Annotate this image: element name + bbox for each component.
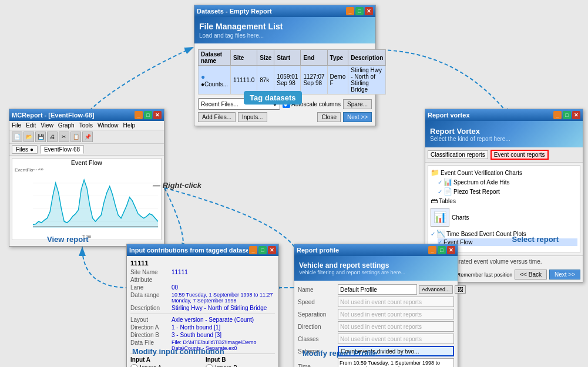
mc-tab-files[interactable]: Files ● bbox=[12, 145, 38, 154]
mc-menu-file[interactable]: File bbox=[12, 122, 21, 129]
ic-close-btn[interactable]: ✕ bbox=[268, 246, 276, 254]
fm-row-end: 1127:07 Sep 98 bbox=[301, 66, 327, 95]
rightclick-label: — Right-click bbox=[153, 181, 201, 190]
fm-close-btn2[interactable]: Close bbox=[317, 112, 341, 122]
rv-tree-item-2[interactable]: ✓ 📄 Piezo Test Report bbox=[438, 187, 577, 196]
rp-sep-input bbox=[338, 309, 454, 319]
rp-sep-label: Separation bbox=[298, 311, 338, 318]
rp-speed-label: Speed bbox=[298, 299, 338, 305]
ic-divider-1 bbox=[130, 314, 275, 314]
rv-folder-icon-3: 🗃 bbox=[431, 197, 438, 205]
rp-speed-input bbox=[338, 297, 454, 307]
fm-col-desc: Description bbox=[348, 50, 386, 66]
fm-col-site: Site bbox=[231, 50, 257, 66]
view-report-label: View report bbox=[47, 235, 89, 244]
ic-input-a-col: Input A Ignore A Add A events Subtract A… bbox=[130, 356, 200, 367]
rp-speed-row: Speed bbox=[298, 297, 454, 307]
rv-tree-item-1[interactable]: ✓ 📊 Spectrum of Axle Hits bbox=[438, 177, 577, 187]
fm-min-btn[interactable]: _ bbox=[346, 7, 354, 15]
rp-max-btn[interactable]: □ bbox=[438, 246, 446, 254]
mc-title: MCReport - [EventFlow-68] bbox=[12, 112, 133, 119]
rv-folder-icon-2: 📄 bbox=[443, 187, 452, 196]
fm-col-start: Start bbox=[274, 50, 301, 66]
rv-min-btn[interactable]: _ bbox=[553, 111, 562, 119]
fm-inputs-btn[interactable]: Inputs... bbox=[238, 112, 267, 122]
fm-header-subtitle: Load and tag files here... bbox=[199, 32, 283, 39]
tb-new[interactable]: 📄 bbox=[12, 132, 22, 142]
rv-tree-item-0[interactable]: 📁 Event Count Verification Charts bbox=[431, 168, 577, 177]
ic-ignore-b-radio[interactable] bbox=[206, 364, 213, 367]
ic-ignore-a-label: Ignore A bbox=[140, 365, 162, 367]
rv-folder-icon-1: 📊 bbox=[443, 178, 452, 186]
rv-charts-icon-row: 📊 Charts bbox=[431, 208, 577, 227]
ic-min-btn[interactable]: _ bbox=[249, 246, 257, 254]
tb-paste[interactable]: 📌 bbox=[82, 132, 93, 142]
mc-max-btn[interactable]: □ bbox=[144, 111, 152, 119]
ic-datarange-value: 10:59 Tuesday, 1 September 1998 to 11:27… bbox=[172, 292, 275, 304]
mc-min-btn[interactable]: _ bbox=[135, 111, 143, 119]
mc-tab-eventflow[interactable]: EventFlow-68 bbox=[40, 145, 84, 154]
modify-report-profile-label: Modify report Profile bbox=[303, 349, 377, 358]
rv-check-4: ✓ bbox=[431, 231, 435, 237]
ic-input-a-title: Input A bbox=[130, 356, 200, 363]
fm-title: Datasets - Empty Report bbox=[197, 8, 345, 15]
mc-chart-area: Event Flow EventFlow-68 Event Volume (Ve… bbox=[12, 158, 162, 240]
rp-name-input[interactable] bbox=[338, 284, 417, 295]
rv-back-btn[interactable]: << Back bbox=[515, 270, 547, 280]
rv-close-btn[interactable]: ✕ bbox=[572, 111, 580, 119]
rv-classification-tab[interactable]: Classification reports bbox=[428, 150, 488, 159]
rv-event-count-tab[interactable]: Event count reports bbox=[490, 150, 549, 160]
mc-menu-window[interactable]: Window bbox=[98, 122, 119, 129]
fm-row-size: 87k bbox=[257, 66, 274, 95]
mc-menu-tools[interactable]: Tools bbox=[79, 122, 93, 129]
tb-print[interactable]: 🖨 bbox=[47, 132, 58, 142]
fm-content: Dataset name Site Size Start End Type De… bbox=[194, 43, 375, 126]
modify-ic-label: Modify input contribution bbox=[132, 347, 224, 356]
rv-max-btn[interactable]: □ bbox=[563, 111, 571, 119]
ic-titlebar: Input contributions from tagged datasets… bbox=[127, 244, 278, 256]
tb-copy[interactable]: 📋 bbox=[70, 132, 81, 142]
ic-datarange-label: Data range bbox=[130, 292, 172, 304]
rv-header-title: Report Vortex bbox=[430, 127, 510, 136]
rv-tree-item-3[interactable]: 🗃 Tables bbox=[431, 196, 577, 206]
fm-row-site: 11111.0 bbox=[231, 66, 257, 95]
rv-item-label-0: Event Count Verification Charts bbox=[441, 170, 522, 176]
fm-col-type: Type bbox=[327, 50, 348, 66]
mc-menu-edit[interactable]: Edit bbox=[26, 122, 36, 129]
ic-attribute-value bbox=[172, 277, 275, 283]
rp-header: Vehicle and report settings Vehicle filt… bbox=[294, 256, 458, 281]
tb-open[interactable]: 📂 bbox=[23, 132, 34, 142]
fm-table-row[interactable]: ● ●Counts... 11111.0 87k 1059:01 Sep 98 … bbox=[199, 66, 386, 95]
ic-site-name-row: Site Name 11111 bbox=[130, 269, 275, 275]
ic-dir-a-value: 1 - North bound [1] bbox=[172, 324, 275, 331]
rv-item-label-3: Tables bbox=[439, 198, 456, 204]
mc-menu-view[interactable]: View bbox=[41, 122, 53, 129]
fm-spare-btn[interactable]: Spare... bbox=[343, 99, 372, 109]
fm-col-name: Dataset name bbox=[199, 50, 231, 66]
ic-attribute-row: Attribute bbox=[130, 277, 275, 283]
mc-close-btn[interactable]: ✕ bbox=[153, 111, 162, 119]
fm-close-btn[interactable]: ✕ bbox=[365, 7, 373, 15]
rp-classes-input bbox=[338, 334, 454, 344]
rp-close-btn[interactable]: ✕ bbox=[447, 246, 455, 254]
fm-max-btn[interactable]: □ bbox=[355, 7, 364, 15]
rp-advanced-btn[interactable]: Advanced... bbox=[419, 285, 453, 294]
ic-layout-label: Layout bbox=[130, 317, 172, 323]
rv-next-btn[interactable]: Next >> bbox=[549, 270, 580, 280]
fm-next-btn[interactable]: Next >> bbox=[343, 112, 372, 122]
rp-icon-btn[interactable]: 🖼 bbox=[455, 285, 466, 294]
mc-menu-help[interactable]: Help bbox=[123, 122, 136, 129]
ic-max-btn[interactable]: □ bbox=[258, 246, 267, 254]
ic-ignore-a-radio[interactable] bbox=[130, 364, 138, 367]
tb-cut[interactable]: ✂ bbox=[59, 132, 69, 142]
rp-header-subtitle: Vehicle filtering and report settings ar… bbox=[299, 270, 405, 275]
fm-row-start: 1059:01 Sep 98 bbox=[274, 66, 301, 95]
fm-add-btn[interactable]: Add Files... bbox=[198, 112, 236, 122]
mc-menubar: File Edit View Graph Tools Window Help bbox=[9, 121, 164, 130]
tb-save[interactable]: 💾 bbox=[35, 132, 46, 142]
rv-charts-icon: 📊 bbox=[431, 208, 449, 227]
rp-min-btn[interactable]: _ bbox=[428, 246, 436, 254]
fm-table: Dataset name Site Size Start End Type De… bbox=[198, 49, 386, 95]
mc-menu-graph[interactable]: Graph bbox=[58, 122, 75, 129]
mc-toolbar: 📄 📂 💾 🖨 ✂ 📋 📌 bbox=[9, 130, 164, 144]
